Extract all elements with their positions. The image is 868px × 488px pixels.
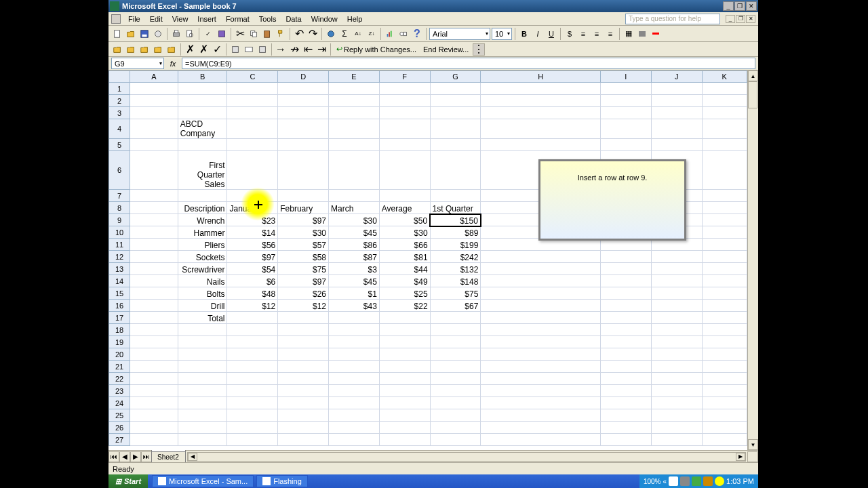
close-button[interactable]: ✕	[746, 1, 757, 11]
cell-A14[interactable]	[130, 275, 178, 287]
grid[interactable]: ABCDEFGHIJK1234ABCD Company56FirstQuarte…	[108, 70, 747, 450]
cell-F6[interactable]	[379, 151, 430, 190]
cell-E20[interactable]	[329, 348, 380, 361]
menu-file[interactable]: File	[123, 14, 145, 24]
save-icon[interactable]	[138, 28, 151, 40]
cell-H18[interactable]	[481, 324, 601, 336]
cell-F16[interactable]: $22	[379, 300, 430, 312]
fill-color-button[interactable]	[636, 28, 648, 40]
cell-K10[interactable]	[702, 226, 747, 239]
cell-K25[interactable]	[702, 409, 747, 422]
cell-G6[interactable]	[430, 151, 481, 190]
borders-button[interactable]: ▦	[623, 28, 635, 40]
cell-I4[interactable]	[600, 119, 651, 139]
cell-D24[interactable]	[278, 397, 329, 409]
cell-J13[interactable]	[651, 263, 702, 275]
cell-H4[interactable]	[481, 119, 601, 139]
doc-restore-button[interactable]: ❐	[736, 15, 745, 23]
cell-H12[interactable]	[481, 251, 601, 263]
volume-icon[interactable]	[715, 476, 724, 486]
cell-K20[interactable]	[702, 348, 747, 361]
cell-J16[interactable]	[651, 300, 702, 312]
cell-C3[interactable]	[227, 107, 278, 119]
cell-D13[interactable]: $75	[278, 263, 329, 275]
cell-D9[interactable]: $97	[278, 214, 329, 226]
cell-B24[interactable]	[178, 397, 227, 409]
cell-A11[interactable]	[130, 239, 178, 251]
cell-I12[interactable]	[600, 251, 651, 263]
row-header-25[interactable]: 25	[109, 409, 130, 422]
row-header-18[interactable]: 18	[109, 324, 130, 336]
cell-I17[interactable]	[600, 312, 651, 324]
doc-close-button[interactable]: ✕	[746, 15, 755, 23]
cell-D27[interactable]	[278, 434, 329, 446]
row-header-26[interactable]: 26	[109, 422, 130, 434]
cell-C2[interactable]	[227, 95, 278, 107]
font-color-button[interactable]	[650, 28, 662, 40]
select-all-corner[interactable]	[109, 71, 130, 83]
row-header-11[interactable]: 11	[109, 239, 130, 251]
cell-B14[interactable]: Nails	[178, 275, 227, 287]
row-header-19[interactable]: 19	[109, 336, 130, 348]
scroll-up-button[interactable]: ▲	[748, 70, 758, 81]
cell-K8[interactable]	[702, 202, 747, 214]
cell-B3[interactable]	[178, 107, 227, 119]
cell-F5[interactable]	[379, 139, 430, 151]
cell-I18[interactable]	[600, 324, 651, 336]
cell-H21[interactable]	[481, 361, 601, 373]
cell-G19[interactable]	[430, 336, 481, 348]
research-icon[interactable]	[216, 28, 228, 40]
cell-C9[interactable]: $23	[227, 214, 278, 226]
cell-F24[interactable]	[379, 397, 430, 409]
cell-J1[interactable]	[651, 83, 702, 95]
cell-J12[interactable]	[651, 251, 702, 263]
cell-E17[interactable]	[329, 312, 380, 324]
cell-G12[interactable]: $242	[430, 251, 481, 263]
cell-K17[interactable]	[702, 312, 747, 324]
cell-I22[interactable]	[600, 373, 651, 385]
cell-A20[interactable]	[130, 348, 178, 361]
minimize-button[interactable]: _	[723, 1, 734, 11]
cell-D26[interactable]	[278, 422, 329, 434]
cell-K27[interactable]	[702, 434, 747, 446]
align-left-button[interactable]: ≡	[577, 28, 589, 40]
cell-E6[interactable]	[329, 151, 380, 190]
cell-D16[interactable]: $12	[278, 300, 329, 312]
cell-G15[interactable]: $75	[430, 287, 481, 300]
cell-B18[interactable]	[178, 324, 227, 336]
cell-A18[interactable]	[130, 324, 178, 336]
cell-J4[interactable]	[651, 119, 702, 139]
cell-C10[interactable]: $14	[227, 226, 278, 239]
cell-D6[interactable]	[278, 151, 329, 190]
row-header-20[interactable]: 20	[109, 348, 130, 361]
cell-K16[interactable]	[702, 300, 747, 312]
cell-G10[interactable]: $89	[430, 226, 481, 239]
taskbar-item-1[interactable]: Flashing	[256, 475, 308, 487]
row-header-16[interactable]: 16	[109, 300, 130, 312]
cell-C11[interactable]: $56	[227, 239, 278, 251]
cell-F17[interactable]	[379, 312, 430, 324]
cell-A21[interactable]	[130, 361, 178, 373]
cell-D21[interactable]	[278, 361, 329, 373]
cell-F27[interactable]	[379, 434, 430, 446]
cell-I26[interactable]	[600, 422, 651, 434]
cell-C16[interactable]: $12	[227, 300, 278, 312]
cell-C15[interactable]: $48	[227, 287, 278, 300]
cell-A5[interactable]	[130, 139, 178, 151]
cell-F3[interactable]	[379, 107, 430, 119]
cell-F12[interactable]: $81	[379, 251, 430, 263]
cell-E26[interactable]	[329, 422, 380, 434]
cell-F23[interactable]	[379, 385, 430, 397]
menu-window[interactable]: Window	[307, 14, 342, 24]
cell-B21[interactable]	[178, 361, 227, 373]
cell-E12[interactable]: $87	[329, 251, 380, 263]
next-comment-icon[interactable]: ✓	[211, 43, 223, 56]
cell-B9[interactable]: Wrench	[178, 214, 227, 226]
cell-J27[interactable]	[651, 434, 702, 446]
cell-A10[interactable]	[130, 226, 178, 239]
col-header-A[interactable]: A	[130, 71, 178, 83]
font-size-selector[interactable]: 10	[492, 28, 512, 40]
cell-C18[interactable]	[227, 324, 278, 336]
cell-G24[interactable]	[430, 397, 481, 409]
cell-J20[interactable]	[651, 348, 702, 361]
